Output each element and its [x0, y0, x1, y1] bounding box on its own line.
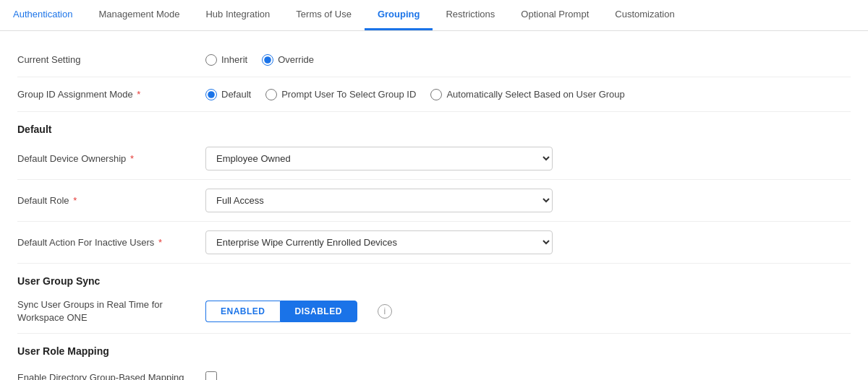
current-setting-label: Current Setting [17, 54, 205, 65]
inactive-users-label: Default Action For Inactive Users * [17, 237, 205, 248]
current-setting-controls: Inherit Override [205, 54, 851, 66]
group-id-label: Group ID Assignment Mode * [17, 89, 205, 100]
default-role-row: Default Role * Full Access Read Only [17, 180, 851, 222]
tab-navigation: AuthenticationManagement ModeHub Integra… [0, 0, 868, 31]
inherit-option[interactable]: Inherit [205, 54, 247, 66]
default-assignment-radio[interactable] [205, 89, 217, 100]
tab-restrictions[interactable]: Restrictions [433, 0, 508, 30]
inherit-label: Inherit [221, 54, 247, 65]
directory-mapping-checkbox[interactable] [205, 371, 217, 380]
inactive-users-row: Default Action For Inactive Users * Ente… [17, 222, 851, 264]
main-content: Current Setting Inherit Override Group I… [0, 31, 868, 380]
toggle-group: ENABLED DISABLED [205, 301, 357, 322]
override-radio[interactable] [262, 54, 273, 66]
inactive-users-required: * [158, 237, 162, 248]
directory-mapping-control [205, 371, 851, 380]
auto-select-radio[interactable] [430, 89, 442, 100]
override-label: Override [278, 54, 314, 65]
default-assignment-label: Default [221, 89, 251, 100]
default-role-label: Default Role * [17, 195, 205, 206]
tab-customization[interactable]: Customization [602, 0, 687, 30]
sync-user-groups-row: Sync User Groups in Real Time for Worksp… [17, 290, 851, 334]
disabled-button[interactable]: DISABLED [280, 301, 357, 322]
info-icon[interactable]: i [378, 304, 392, 319]
override-option[interactable]: Override [262, 54, 314, 66]
inactive-users-control: Enterprise Wipe Currently Enrolled Devic… [205, 230, 851, 254]
auto-select-label: Automatically Select Based on User Group [446, 89, 624, 100]
directory-mapping-label: Enable Directory Group-Based Mapping [17, 372, 205, 380]
device-ownership-row: Default Device Ownership * Employee Owne… [17, 138, 851, 180]
device-ownership-required: * [130, 153, 134, 164]
required-asterisk: * [137, 89, 140, 100]
tab-authentication[interactable]: Authentication [0, 0, 85, 30]
device-ownership-control: Employee Owned Corporate - Dedicated Cor… [205, 147, 851, 170]
tab-optional-prompt[interactable]: Optional Prompt [508, 0, 602, 30]
auto-select-option[interactable]: Automatically Select Based on User Group [430, 89, 624, 100]
default-role-required: * [73, 195, 77, 206]
device-ownership-select[interactable]: Employee Owned Corporate - Dedicated Cor… [205, 147, 553, 170]
default-role-control: Full Access Read Only [205, 189, 851, 212]
default-section-heading: Default [17, 112, 851, 138]
default-role-select[interactable]: Full Access Read Only [205, 189, 553, 212]
tab-terms-of-use[interactable]: Terms of Use [283, 0, 365, 30]
prompt-option[interactable]: Prompt User To Select Group ID [265, 89, 416, 100]
tab-management-mode[interactable]: Management Mode [85, 0, 192, 30]
group-id-controls: Default Prompt User To Select Group ID A… [205, 89, 851, 100]
user-role-mapping-heading: User Role Mapping [17, 334, 851, 360]
default-assignment-option[interactable]: Default [205, 89, 251, 100]
inherit-radio[interactable] [205, 54, 217, 66]
sync-user-groups-label: Sync User Groups in Real Time for Worksp… [17, 298, 205, 324]
tab-grouping[interactable]: Grouping [365, 0, 433, 30]
group-id-assignment-row: Group ID Assignment Mode * Default Promp… [17, 77, 851, 112]
prompt-label: Prompt User To Select Group ID [281, 89, 416, 100]
device-ownership-label: Default Device Ownership * [17, 153, 205, 164]
current-setting-row: Current Setting Inherit Override [17, 43, 851, 77]
tab-hub-integration[interactable]: Hub Integration [192, 0, 283, 30]
prompt-radio[interactable] [265, 89, 277, 100]
inactive-users-select[interactable]: Enterprise Wipe Currently Enrolled Devic… [205, 230, 553, 254]
sync-user-groups-control: ENABLED DISABLED i [205, 301, 851, 322]
user-group-sync-heading: User Group Sync [17, 264, 851, 290]
directory-mapping-row: Enable Directory Group-Based Mapping [17, 360, 851, 380]
enabled-button[interactable]: ENABLED [205, 301, 280, 322]
